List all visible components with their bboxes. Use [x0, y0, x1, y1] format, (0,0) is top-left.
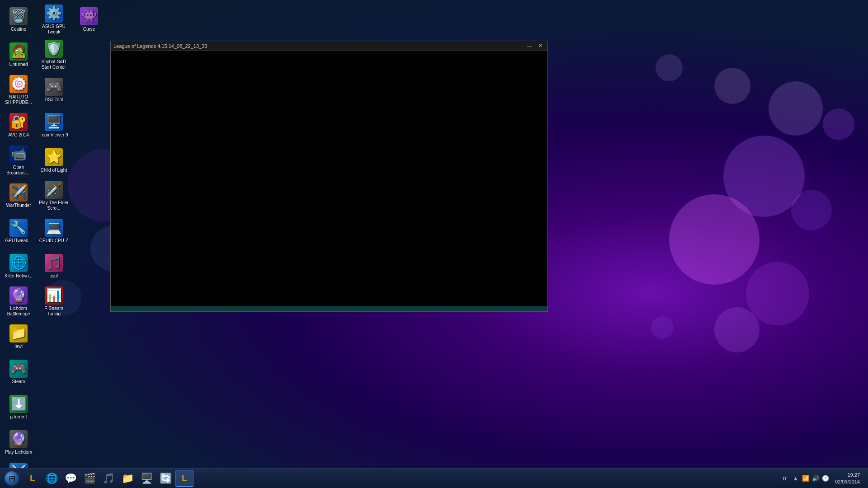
bokeh-5	[714, 68, 750, 104]
desktop-icon-asus-gpu[interactable]: ⚙️ASUS GPU Tweak	[36, 2, 71, 37]
icon-label-fstream: F-Stream Tuning	[38, 306, 70, 317]
window-statusbar	[111, 306, 547, 311]
desktop-icon-play-elder[interactable]: 🗡️Play The Elder Scro...	[36, 178, 71, 213]
desktop-icon-iawl[interactable]: 📁Iawl	[1, 319, 36, 354]
desktop-icon-obs[interactable]: 📹Open Broadcast...	[1, 143, 36, 178]
clock-date: 02/09/2014	[835, 479, 860, 485]
start-button[interactable]: ⊞	[2, 469, 22, 488]
taskbar-lol[interactable]: L	[24, 470, 42, 487]
tray-volume[interactable]: 🔊	[811, 474, 820, 483]
icon-label-gputweak: GPUTweak...	[5, 238, 32, 244]
icon-img-curse: 👾	[80, 7, 98, 25]
system-tray: ▲ 📶 🔊 🕐	[792, 474, 830, 483]
desktop-icon-spybot[interactable]: 🛡️Spybot-S&D Start Center	[36, 37, 71, 72]
taskbar-spotify[interactable]: 🎵	[99, 470, 118, 487]
icon-label-iawl: Iawl	[14, 344, 23, 349]
taskbar-right: IT ▲ 📶 🔊 🕐 19:27 02/09/2014	[777, 472, 866, 485]
window-content	[111, 51, 547, 306]
desktop-icon-lichdom[interactable]: 🔮Lichdom Battlemage	[1, 284, 36, 319]
desktop: 🗑️Cestino🧟Unturned🍥NARUTO SHIPPUDE...⚙️A…	[0, 0, 868, 488]
icon-img-asus-gpu: ⚙️	[45, 5, 63, 23]
desktop-icon-curse[interactable]: 👾Curse	[71, 2, 107, 37]
language-indicator: IT	[781, 475, 789, 482]
bokeh-3	[791, 190, 832, 230]
icon-label-naruto: NARUTO SHIPPUDE...	[3, 94, 34, 105]
desktop-icon-fstream[interactable]: 📊F-Stream Tuning	[36, 284, 71, 319]
icon-label-killer-network: Killer Netwo...	[5, 273, 33, 279]
icon-img-unturned: 🧟	[9, 42, 28, 61]
icon-label-spybot: Spybot-S&D Start Center	[38, 59, 70, 70]
desktop-icon-gputweak[interactable]: 🔧GPUTweak...	[1, 213, 36, 249]
desktop-icons: 🗑️Cestino🧟Unturned🍥NARUTO SHIPPUDE...⚙️A…	[0, 0, 108, 371]
icon-label-play-lichdom: Play Lichdom	[5, 450, 32, 455]
icon-label-obs: Open Broadcast...	[3, 165, 34, 176]
taskbar-remote[interactable]: 🖥️	[137, 470, 156, 487]
bokeh-6	[746, 262, 809, 325]
icon-img-child-of-light: ⭐	[45, 148, 63, 166]
desktop-icon-ds3tool[interactable]: 🎮DS3 Tool	[36, 72, 71, 108]
desktop-icon-utorrent[interactable]: ⬇️µTorrent	[1, 389, 36, 425]
desktop-icon-killer-network[interactable]: 🌐Killer Netwo...	[1, 249, 36, 284]
taskbar-sync[interactable]: 🔄	[156, 470, 175, 487]
icon-label-ds3tool: DS3 Tool	[45, 97, 63, 103]
icon-img-ds3tool: 🎮	[45, 78, 63, 96]
desktop-icon-cestino[interactable]: 🗑️Cestino	[1, 2, 36, 37]
icon-img-avg: 🔐	[9, 113, 28, 131]
taskbar-chrome[interactable]: 🌐	[42, 470, 61, 487]
window-title: League of Legends 4.15.14_08_22_13_33	[113, 43, 207, 49]
bokeh-1	[723, 136, 805, 217]
icon-label-cestino: Cestino	[11, 27, 26, 32]
taskbar-folder[interactable]: 📁	[118, 470, 137, 487]
desktop-icon-warthunder[interactable]: ✈️WarThunder	[1, 178, 36, 213]
minimize-button[interactable]: —	[525, 42, 534, 50]
icon-img-play-lichdom: 🔮	[9, 430, 28, 448]
icon-img-gputweak: 🔧	[9, 219, 28, 237]
icon-label-osu: osu!	[50, 273, 58, 279]
tray-network[interactable]: 📶	[802, 474, 810, 483]
window-titlebar: League of Legends 4.15.14_08_22_13_33 — …	[111, 41, 547, 51]
desktop-icon-unturned[interactable]: 🧟Unturned	[1, 37, 36, 72]
desktop-icon-teamviewer[interactable]: 🖥️TeamViewer 9	[36, 108, 71, 143]
desktop-icon-child-of-light[interactable]: ⭐Child of Light	[36, 143, 71, 178]
close-button[interactable]: ✕	[536, 42, 545, 50]
tray-clock-icon[interactable]: 🕐	[821, 474, 830, 483]
icon-img-teamviewer: 🖥️	[45, 113, 63, 131]
icon-img-fstream: 📊	[45, 286, 63, 305]
taskbar-lol-active[interactable]: L	[175, 470, 193, 487]
icon-img-spybot: 🛡️	[45, 40, 63, 58]
icon-img-cestino: 🗑️	[9, 7, 28, 25]
icon-img-warthunder: ✈️	[9, 183, 28, 202]
icon-label-cpuid: CPUID CPU-Z	[39, 238, 68, 244]
icon-img-killer-network: 🌐	[9, 254, 28, 272]
desktop-icon-play-lichdom[interactable]: 🔮Play Lichdom	[1, 425, 36, 460]
desktop-icon-osu[interactable]: 🎵osu!	[36, 249, 71, 284]
icon-img-utorrent: ⬇️	[9, 395, 28, 413]
icon-label-play-elder: Play The Elder Scro...	[38, 200, 70, 211]
clock[interactable]: 19:27 02/09/2014	[832, 472, 863, 485]
desktop-icon-cpuid[interactable]: 💻CPUID CPU-Z	[36, 213, 71, 249]
icon-label-curse: Curse	[83, 27, 95, 32]
taskbar-media[interactable]: 🎬	[80, 470, 99, 487]
tray-expand[interactable]: ▲	[792, 474, 800, 483]
taskbar-apps: L 🌐 💬 🎬 🎵 📁 🖥️ 🔄 L	[22, 470, 777, 487]
clock-time: 19:27	[835, 472, 860, 478]
icon-label-warthunder: WarThunder	[6, 203, 31, 208]
desktop-icon-avg[interactable]: 🔐AVG 2014	[1, 108, 36, 143]
icon-label-lichdom: Lichdom Battlemage	[3, 306, 34, 317]
icon-img-obs: 📹	[9, 145, 28, 164]
icon-label-child-of-light: Child of Light	[41, 168, 67, 173]
desktop-icon-naruto[interactable]: 🍥NARUTO SHIPPUDE...	[1, 72, 36, 108]
icon-label-steam: Steam	[12, 379, 25, 385]
icon-label-asus-gpu: ASUS GPU Tweak	[38, 24, 70, 35]
desktop-icon-steam[interactable]: 🎮Steam	[1, 354, 36, 389]
icon-label-avg: AVG 2014	[8, 132, 28, 138]
bokeh-9	[651, 316, 674, 339]
taskbar-skype[interactable]: 💬	[61, 470, 80, 487]
icon-label-unturned: Unturned	[9, 62, 28, 67]
icon-img-cpuid: 💻	[45, 219, 63, 237]
window-controls: — ✕	[525, 42, 545, 50]
bokeh-4	[669, 194, 760, 285]
bokeh-8	[823, 108, 854, 140]
icon-img-iawl: 📁	[9, 324, 28, 343]
bokeh-7	[714, 307, 760, 352]
